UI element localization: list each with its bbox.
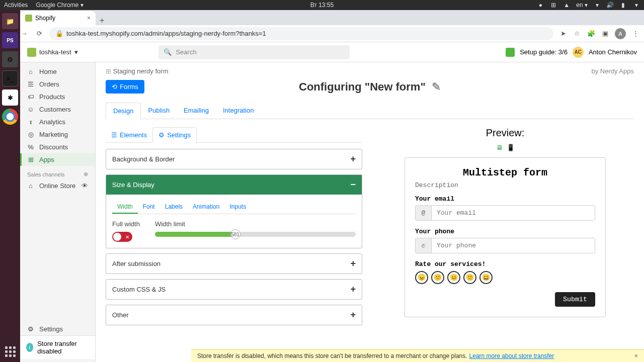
innertab-font[interactable]: Font [138, 201, 160, 214]
browser-tab[interactable]: Shopify × [20, 11, 96, 25]
launcher-files[interactable]: 📁 [2, 13, 18, 29]
marketing-icon: ◎ [27, 131, 34, 138]
new-tab-button[interactable]: + [96, 16, 108, 25]
sidebar-item-analytics[interactable]: ⫾Analytics [20, 116, 95, 128]
rating-1[interactable]: 😠 [415, 271, 428, 284]
full-width-toggle[interactable]: ✕ [112, 232, 132, 242]
os-app[interactable]: Google Chrome▾ [36, 2, 84, 9]
submit-button[interactable]: Submit [555, 292, 595, 307]
form-description: Description [415, 182, 595, 189]
tab-emailing[interactable]: Emailing [177, 103, 216, 119]
extension-icon[interactable]: 🧩 [587, 29, 596, 38]
tab-close-icon[interactable]: × [87, 15, 91, 22]
reload-button[interactable]: ⟳ [34, 29, 44, 39]
sidebar-item-home[interactable]: ⌂Home [20, 65, 95, 78]
launcher-chrome[interactable] [2, 109, 18, 125]
launcher-phpstorm[interactable]: PS [2, 32, 18, 48]
favicon-icon [25, 15, 32, 22]
store-selector[interactable]: toshka-test ▾ [27, 48, 78, 57]
plus-icon: + [350, 284, 356, 295]
menu-icon[interactable]: ⋮ [631, 29, 640, 38]
volume-icon[interactable]: 🔊 [607, 2, 614, 9]
innertab-animation[interactable]: Animation [188, 201, 224, 214]
sidebar-item-online-store[interactable]: ⌂Online Store👁 [20, 179, 95, 192]
width-slider[interactable]: 581 [155, 232, 356, 237]
rating-3[interactable]: 😐 [447, 271, 460, 284]
battery-icon[interactable]: ▮ [620, 2, 627, 9]
shopify-logo-icon [27, 48, 36, 57]
innertab-width[interactable]: Width [112, 201, 138, 214]
sidebar-item-customers[interactable]: ☺Customers [20, 103, 95, 116]
tab-integration[interactable]: Integration [216, 103, 261, 119]
sidebar-item-apps[interactable]: ⊞Apps [20, 153, 95, 166]
tab-publish[interactable]: Publish [141, 103, 177, 119]
channels-header: Sales channels [27, 171, 65, 177]
apps-icon[interactable]: ⊞ [550, 2, 557, 9]
banner-link[interactable]: Learn more about store transfer [469, 352, 554, 359]
mobile-icon[interactable]: 📱 [507, 144, 515, 151]
slider-value[interactable]: 581 [230, 229, 240, 239]
tab-title: Shopify [35, 15, 55, 22]
send-icon[interactable]: ➤ [558, 29, 568, 38]
subtab-settings[interactable]: ⚙Settings [152, 127, 197, 143]
rating-5[interactable]: 😄 [479, 271, 493, 284]
rating-4[interactable]: 🙂 [463, 271, 476, 284]
network-icon[interactable]: ▾ [594, 2, 601, 9]
email-field[interactable] [432, 206, 595, 220]
search-placeholder: Search [176, 48, 196, 56]
sidebar: ⌂Home ☰Orders 🏷Products ☺Customers ⫾Anal… [20, 62, 96, 362]
record-icon[interactable]: ● [537, 2, 544, 9]
subtab-elements[interactable]: ☰Elements [106, 127, 152, 142]
toggle-off-icon: ✕ [123, 233, 131, 241]
launcher-apps-grid[interactable] [5, 346, 16, 357]
by-author: by Nerdy Apps [591, 67, 634, 75]
sidebar-item-orders[interactable]: ☰Orders [20, 78, 95, 90]
phone-field[interactable] [432, 238, 595, 253]
launcher-slack[interactable]: ✱ [2, 89, 18, 106]
launcher-settings[interactable]: ⚙ [2, 51, 18, 67]
innertab-labels[interactable]: Labels [160, 201, 188, 214]
profile-avatar[interactable]: A [615, 28, 626, 39]
accordion-other[interactable]: Other+ [106, 305, 362, 325]
warning-icon[interactable]: ▲ [563, 2, 570, 9]
url-text: toshka-test.myshopify.com/admin/apps/sta… [66, 30, 266, 37]
rating-2[interactable]: 🙁 [431, 271, 444, 284]
banner-close-icon[interactable]: × [634, 352, 638, 359]
list-icon: ☰ [111, 131, 117, 139]
sidebar-item-marketing[interactable]: ◎Marketing [20, 128, 95, 141]
breadcrumb-app[interactable]: Staging nerdy form [113, 67, 169, 75]
plus-icon: + [350, 258, 356, 269]
forms-button[interactable]: ⟲ Forms [106, 80, 144, 94]
tab-design[interactable]: Design [106, 103, 141, 119]
forward-button[interactable]: → [19, 29, 29, 39]
banner-text: Store transfer is disabled, which means … [197, 352, 467, 359]
os-activities[interactable]: Activities [4, 2, 28, 9]
edit-icon[interactable]: ✎ [432, 80, 441, 93]
star-icon[interactable]: ☆ [573, 29, 582, 38]
sidebar-item-settings[interactable]: ⚙Settings [20, 323, 95, 335]
eye-icon[interactable]: 👁 [82, 182, 88, 190]
setup-guide-text[interactable]: Setup guide: 3/6 [520, 48, 568, 56]
user-name[interactable]: Anton Chernikov [589, 48, 637, 56]
sidebar-item-products[interactable]: 🏷Products [20, 90, 95, 103]
innertab-inputs[interactable]: Inputs [224, 201, 251, 214]
power-icon[interactable]: ▾ [633, 2, 640, 9]
plus-icon: + [350, 154, 356, 164]
plus-icon: + [350, 310, 356, 320]
rate-label: Rate our services! [415, 260, 595, 268]
desktop-icon[interactable]: 🖥 [496, 144, 503, 151]
sidebar-item-discounts[interactable]: %Discounts [20, 141, 95, 153]
lang-indicator[interactable]: en ▾ [576, 2, 588, 9]
email-label: Your email [415, 195, 595, 203]
discounts-icon: % [27, 143, 34, 151]
accordion-after-submission[interactable]: After submission+ [106, 253, 362, 274]
accordion-size-header[interactable]: Size & Display− [106, 175, 362, 195]
accordion-css-js[interactable]: Custom CSS & JS+ [106, 279, 362, 300]
url-input[interactable]: 🔒 toshka-test.myshopify.com/admin/apps/s… [49, 27, 553, 40]
accordion-background[interactable]: Background & Border+ [106, 149, 362, 169]
panel-icon[interactable]: ▣ [601, 29, 610, 38]
add-channel-icon[interactable]: ⊕ [84, 171, 88, 177]
user-avatar[interactable]: AC [573, 47, 584, 58]
search-input[interactable]: 🔍 Search [158, 45, 350, 59]
launcher-terminal[interactable]: >_ [2, 70, 18, 86]
